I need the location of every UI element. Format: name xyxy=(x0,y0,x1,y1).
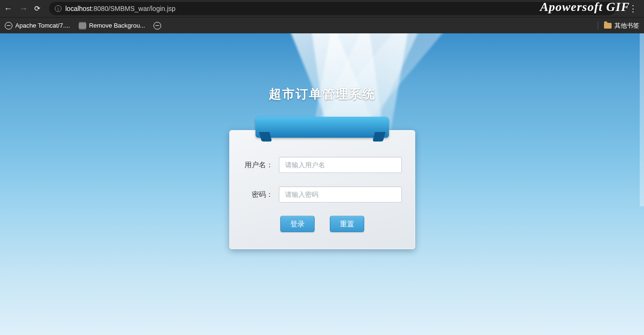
username-label: 用户名： xyxy=(243,161,279,170)
browser-toolbar: ← → ⟳ i localhost:8080/SMBMS_war/login.j… xyxy=(0,0,644,17)
bookmark-apache-tomcat[interactable]: Apache Tomcat/7.... xyxy=(5,22,70,30)
other-bookmarks-label: 其他书签 xyxy=(614,21,639,30)
bookmark-label: Apache Tomcat/7.... xyxy=(15,22,70,29)
login-button[interactable]: 登录 xyxy=(280,216,315,232)
bookmarks-bar: Apache Tomcat/7.... Remove Backgrou... 其… xyxy=(0,17,644,33)
browser-menu-icon[interactable]: ⋮ xyxy=(626,3,640,14)
url-text: localhost:8080/SMBMS_war/login.jsp xyxy=(65,5,175,12)
reset-button[interactable]: 重置 xyxy=(330,216,364,232)
bookmark-remove-bg[interactable]: Remove Backgrou... xyxy=(79,22,145,29)
stack-icon xyxy=(79,23,86,29)
bookmark-blank[interactable] xyxy=(153,22,164,30)
password-label: 密码： xyxy=(243,190,279,199)
globe-icon xyxy=(153,22,161,30)
login-card: 用户名： 密码： 登录 重置 xyxy=(229,117,415,249)
back-button[interactable]: ← xyxy=(4,4,12,14)
globe-icon xyxy=(5,22,12,30)
button-row: 登录 重置 xyxy=(243,216,402,232)
address-bar[interactable]: i localhost:8080/SMBMS_war/login.jsp xyxy=(49,2,615,15)
card-body: 用户名： 密码： 登录 重置 xyxy=(229,130,415,249)
card-clip-decoration xyxy=(256,117,389,143)
page-title: 超市订单管理系统 xyxy=(0,33,644,102)
other-bookmarks[interactable]: 其他书签 xyxy=(598,21,639,30)
username-row: 用户名： xyxy=(243,157,402,173)
username-input[interactable] xyxy=(279,157,402,173)
password-input[interactable] xyxy=(279,186,402,203)
password-row: 密码： xyxy=(243,186,402,203)
folder-icon xyxy=(604,23,612,29)
bookmark-label: Remove Backgrou... xyxy=(89,22,145,29)
forward-button[interactable]: → xyxy=(19,4,28,14)
site-info-icon[interactable]: i xyxy=(55,5,61,12)
reload-button[interactable]: ⟳ xyxy=(34,4,41,13)
page-content: 超市订单管理系统 用户名： 密码： 登录 重置 xyxy=(0,33,644,335)
